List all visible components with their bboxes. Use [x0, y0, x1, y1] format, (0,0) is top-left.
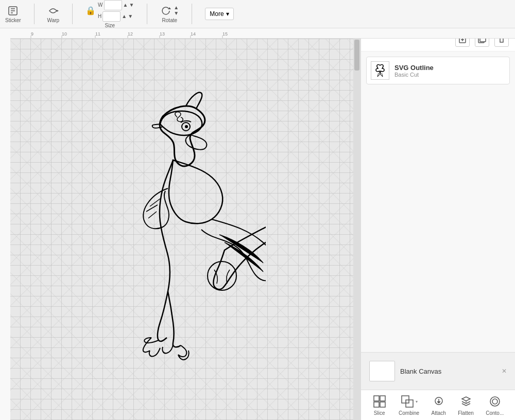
- blank-canvas-area: Blank Canvas ✕: [361, 352, 515, 390]
- svg-text:10: 10: [62, 31, 67, 37]
- sep3: [147, 4, 147, 24]
- more-arrow: ▾: [226, 10, 229, 18]
- svg-point-22: [185, 125, 188, 128]
- contour-svg: [488, 395, 502, 408]
- layer-list: SVG Outline Basic Cut: [361, 51, 515, 352]
- attach-label: Attach: [432, 410, 446, 416]
- svg-text:11: 11: [95, 31, 100, 37]
- top-toolbar: Sticker Warp 🔒 W ▲ ▼ H: [0, 0, 515, 28]
- ruler-left: [0, 28, 10, 420]
- size-label: Size: [105, 23, 115, 28]
- flatten-label: Flatten: [458, 410, 474, 416]
- contour-icon: [488, 394, 502, 409]
- rotate-up[interactable]: ▲: [174, 5, 179, 10]
- sticker-icon: [7, 5, 19, 16]
- combine-tool[interactable]: ▾ Combine: [399, 394, 419, 416]
- layer-thumbnail: [371, 61, 389, 80]
- flatten-svg: [459, 395, 473, 408]
- combine-svg: [401, 395, 414, 408]
- ruler-left-svg: [0, 28, 10, 420]
- warp-icon: [47, 5, 59, 16]
- warp-label: Warp: [47, 18, 60, 23]
- slice-tool[interactable]: Slice: [372, 394, 387, 416]
- ruler-top-svg: 8 9 10 11 12 13 14 15: [0, 28, 515, 39]
- more-button[interactable]: More ▾: [205, 8, 233, 20]
- layer-name: SVG Outline: [394, 64, 505, 72]
- svg-text:12: 12: [128, 31, 133, 37]
- blank-canvas-thumbnail: [369, 361, 395, 381]
- ruler-top: 8 9 10 11 12 13 14 15: [0, 28, 515, 39]
- svg-marker-1: [57, 10, 59, 12]
- canvas-area: [10, 39, 360, 420]
- slice-icon: [372, 394, 387, 409]
- scrollbar-thumb[interactable]: [354, 40, 359, 71]
- rotate-icon: [160, 5, 171, 16]
- lock-icon: 🔒: [85, 6, 96, 15]
- contour-tool[interactable]: Conto...: [486, 394, 504, 416]
- svg-text:14: 14: [191, 31, 196, 37]
- up-arrow[interactable]: ▲: [123, 2, 128, 8]
- sep1: [34, 4, 35, 24]
- svg-rect-31: [374, 402, 379, 407]
- size-tool: 🔒 W ▲ ▼ H ▲ ▼ Size: [85, 0, 134, 28]
- flatten-icon: [459, 394, 473, 409]
- cardinal-svg: [70, 75, 266, 384]
- flatten-tool[interactable]: Flatten: [458, 394, 474, 416]
- rotate-label: Rotate: [162, 18, 177, 23]
- blank-canvas-close-icon[interactable]: ✕: [502, 367, 507, 375]
- svg-point-37: [492, 399, 497, 404]
- svg-rect-33: [402, 396, 409, 403]
- down-arrow2[interactable]: ▼: [128, 13, 133, 19]
- sep2: [72, 4, 73, 24]
- attach-icon: [432, 394, 446, 409]
- layer-item[interactable]: SVG Outline Basic Cut: [366, 57, 510, 84]
- sep4: [192, 4, 192, 24]
- attach-tool[interactable]: Attach: [432, 394, 446, 416]
- svg-rect-34: [406, 400, 413, 407]
- combine-label: Combine: [399, 410, 419, 416]
- svg-rect-29: [374, 396, 379, 401]
- svg-rect-20: [0, 28, 10, 420]
- svg-text:15: 15: [222, 31, 228, 37]
- svg-text:9: 9: [31, 31, 33, 37]
- right-panel: Layers Color Sync ✕ SVG Outl: [360, 0, 515, 420]
- height-input[interactable]: [102, 11, 121, 22]
- width-input[interactable]: [104, 0, 122, 10]
- rotate-tool[interactable]: ▲ ▼ Rotate: [160, 5, 179, 23]
- contour-label: Conto...: [486, 410, 504, 416]
- attach-svg: [432, 395, 445, 408]
- sticker-label: Sticker: [5, 18, 21, 23]
- layer-thumb-svg: [372, 63, 388, 78]
- svg-rect-32: [380, 402, 385, 407]
- warp-tool[interactable]: Warp: [47, 5, 60, 23]
- down-arrow[interactable]: ▼: [129, 2, 134, 8]
- svg-rect-3: [0, 28, 515, 39]
- svg-text:13: 13: [160, 31, 165, 37]
- combine-dropdown-arrow: ▾: [416, 399, 418, 404]
- rotate-down[interactable]: ▼: [174, 11, 179, 16]
- blank-canvas-item: Blank Canvas ✕: [366, 358, 510, 384]
- combine-icon: [400, 394, 415, 409]
- up-arrow2[interactable]: ▲: [122, 13, 127, 19]
- canvas-vertical-scrollbar[interactable]: [353, 39, 360, 420]
- svg-point-36: [490, 397, 500, 406]
- bottom-toolbar: Slice ▾ Combine: [361, 390, 515, 420]
- svg-rect-30: [380, 396, 385, 401]
- design-svg[interactable]: [70, 75, 266, 384]
- slice-svg: [373, 395, 386, 408]
- blank-canvas-label: Blank Canvas: [400, 367, 441, 375]
- layer-info: SVG Outline Basic Cut: [394, 64, 505, 78]
- slice-label: Slice: [374, 410, 385, 416]
- layer-type: Basic Cut: [394, 72, 505, 78]
- sticker-tool[interactable]: Sticker: [5, 5, 21, 23]
